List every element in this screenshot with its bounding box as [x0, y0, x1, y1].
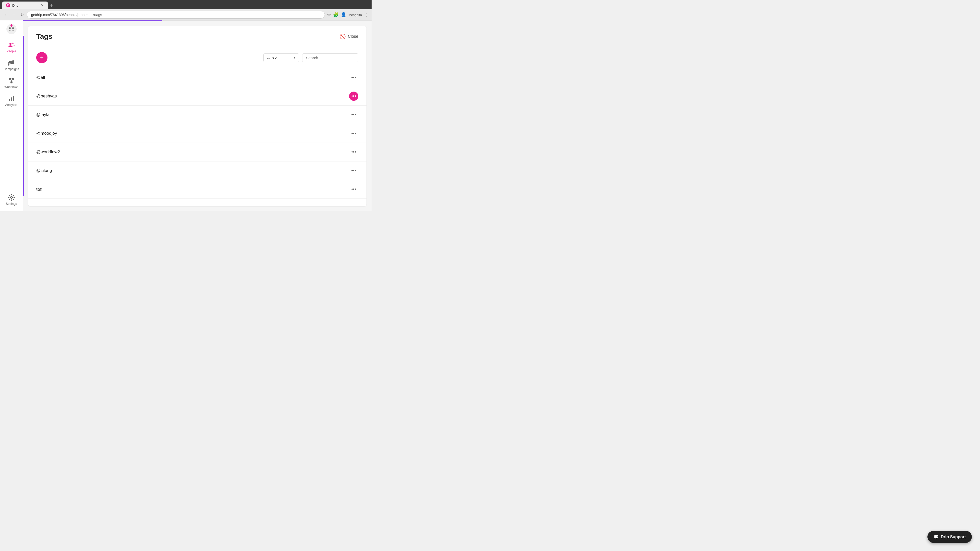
people-icon — [8, 41, 15, 48]
sidebar: People Campaigns — [0, 21, 23, 211]
svg-rect-9 — [9, 78, 11, 80]
address-bar: ← → ↻ ☆ 🧩 👤 Incognito ⋮ — [0, 9, 372, 21]
svg-point-5 — [12, 43, 14, 44]
workflows-icon — [8, 77, 15, 84]
tag-menu-button[interactable]: ••• — [349, 185, 358, 194]
tag-name: @layla — [36, 112, 349, 118]
sidebar-item-campaigns-label: Campaigns — [3, 67, 19, 71]
svg-point-2 — [12, 27, 14, 29]
tag-row[interactable]: @workflow2••• — [28, 143, 366, 162]
svg-rect-10 — [12, 78, 14, 80]
star-icon[interactable]: ☆ — [327, 12, 331, 17]
tag-name: @moodjoy — [36, 131, 349, 136]
sidebar-item-workflows[interactable]: Workflows — [2, 75, 21, 91]
content-area: Tags 🚫 Close + A to Z Z to A Newest — [23, 21, 372, 211]
tab-close-btn[interactable]: ✕ — [41, 3, 44, 7]
tab-favicon: D — [6, 3, 10, 7]
tag-row[interactable]: tag••• — [28, 180, 366, 199]
svg-rect-14 — [9, 99, 10, 101]
svg-point-1 — [9, 27, 11, 29]
sidebar-item-campaigns[interactable]: Campaigns — [2, 57, 21, 73]
svg-point-7 — [8, 64, 10, 65]
tag-menu-button[interactable]: ••• — [349, 166, 358, 175]
new-tab-button[interactable]: + — [48, 2, 55, 9]
tags-list: @all•••@beshyas•••@layla•••@moodjoy•••@w… — [28, 68, 366, 206]
address-bar-icons: ☆ 🧩 👤 Incognito ⋮ — [327, 12, 369, 17]
account-icon[interactable]: 👤 — [341, 12, 346, 17]
tag-row[interactable]: @layla••• — [28, 106, 366, 124]
tag-menu-button[interactable]: ••• — [349, 148, 358, 157]
tag-row[interactable]: @moodjoy••• — [28, 124, 366, 143]
tag-row[interactable]: @beshyas••• — [28, 87, 366, 106]
tag-name: tag — [36, 187, 349, 192]
forward-button[interactable]: → — [11, 11, 18, 18]
add-tag-button[interactable]: + — [36, 52, 48, 63]
address-input[interactable] — [27, 11, 325, 19]
sort-wrapper: A to Z Z to A Newest Oldest — [263, 53, 299, 62]
tag-menu-button[interactable]: ••• — [349, 92, 358, 101]
browser-tab[interactable]: D Drip ✕ — [2, 2, 48, 9]
back-button[interactable]: ← — [3, 11, 9, 18]
svg-rect-15 — [11, 97, 12, 101]
tag-row[interactable]: @zilong••• — [28, 162, 366, 180]
tag-menu-button[interactable]: ••• — [349, 110, 358, 119]
tags-header: Tags 🚫 Close — [28, 26, 366, 47]
search-input[interactable] — [302, 53, 358, 62]
settings-icon — [8, 194, 15, 201]
sidebar-item-settings-label: Settings — [6, 202, 17, 206]
left-edge-marker — [23, 36, 24, 196]
tab-title: Drip — [12, 3, 18, 7]
tag-row[interactable]: @all••• — [28, 68, 366, 87]
camera-slash-icon: 🚫 — [339, 33, 346, 40]
close-button[interactable]: 🚫 Close — [339, 33, 358, 40]
sidebar-item-settings[interactable]: Settings — [2, 191, 21, 208]
extensions-icon[interactable]: 🧩 — [333, 12, 339, 17]
svg-rect-16 — [13, 96, 14, 101]
tag-menu-button[interactable]: ••• — [349, 129, 358, 138]
svg-point-3 — [11, 24, 13, 27]
close-label: Close — [348, 34, 358, 39]
progress-bar — [23, 21, 162, 21]
tags-panel: Tags 🚫 Close + A to Z Z to A Newest — [28, 26, 366, 206]
tag-name: @zilong — [36, 168, 349, 173]
analytics-icon — [8, 95, 15, 102]
controls-right: A to Z Z to A Newest Oldest — [263, 53, 358, 62]
reload-button[interactable]: ↻ — [19, 11, 25, 18]
svg-point-4 — [10, 43, 11, 45]
campaigns-icon — [8, 59, 15, 66]
sort-select[interactable]: A to Z Z to A Newest Oldest — [263, 53, 299, 62]
app-layout: People Campaigns — [0, 21, 372, 211]
tag-name: @all — [36, 75, 349, 80]
tag-menu-button[interactable]: ••• — [349, 73, 358, 82]
tag-name: @beshyas — [36, 94, 349, 99]
progress-bar-container — [23, 21, 372, 21]
sidebar-item-people[interactable]: People — [2, 39, 21, 56]
menu-icon[interactable]: ⋮ — [364, 12, 369, 17]
svg-marker-6 — [9, 60, 14, 64]
sidebar-item-workflows-label: Workflows — [4, 85, 18, 89]
svg-rect-11 — [11, 81, 13, 83]
incognito-label: Incognito — [348, 13, 362, 17]
plus-icon: + — [40, 54, 44, 61]
tags-title: Tags — [36, 32, 52, 41]
svg-point-17 — [11, 197, 13, 198]
tag-name: @workflow2 — [36, 149, 349, 155]
tags-controls: + A to Z Z to A Newest Oldest — [28, 47, 366, 68]
sidebar-item-analytics[interactable]: Analytics — [2, 92, 21, 109]
tab-bar: D Drip ✕ + — [0, 0, 372, 9]
drip-logo-icon — [6, 24, 17, 34]
sidebar-item-people-label: People — [6, 49, 16, 53]
sidebar-logo[interactable] — [6, 24, 17, 35]
sidebar-item-analytics-label: Analytics — [5, 103, 18, 106]
